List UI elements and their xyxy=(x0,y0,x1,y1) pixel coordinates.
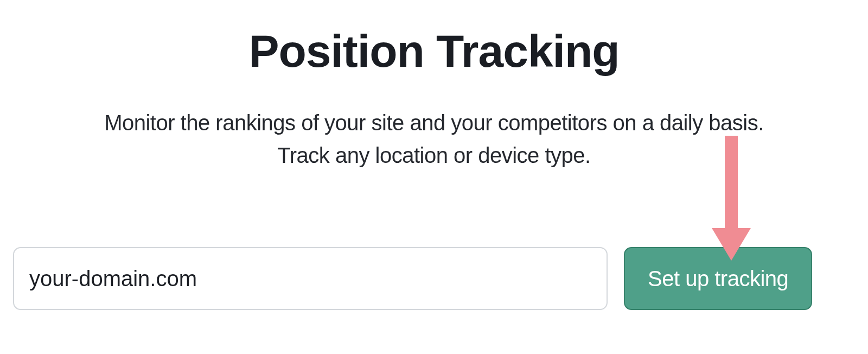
page-title: Position Tracking xyxy=(0,26,868,76)
subtitle-line-1: Monitor the rankings of your site and yo… xyxy=(104,111,764,135)
set-up-tracking-button[interactable]: Set up tracking xyxy=(624,247,812,310)
subtitle-line-2: Track any location or device type. xyxy=(277,143,590,167)
setup-form: Set up tracking xyxy=(13,247,812,310)
domain-input[interactable] xyxy=(13,247,608,310)
hero-section: Position Tracking Monitor the rankings o… xyxy=(0,26,868,172)
page-subtitle: Monitor the rankings of your site and yo… xyxy=(0,106,868,172)
